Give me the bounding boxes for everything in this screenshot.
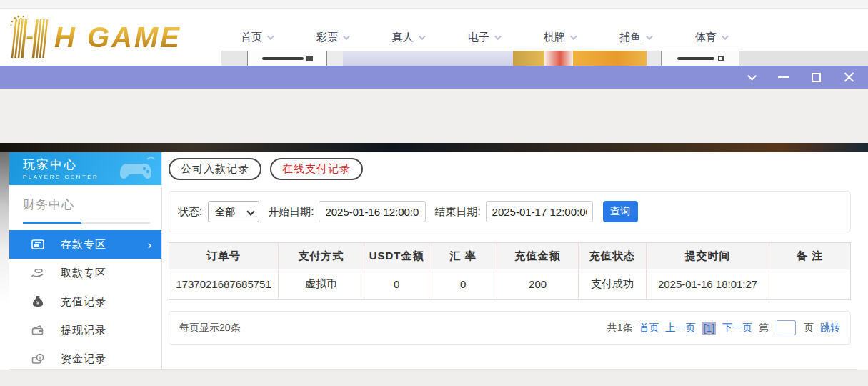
chevron-down-icon xyxy=(267,33,274,40)
jump-link[interactable]: 跳转 xyxy=(820,322,840,335)
content-panel: 公司入款记录 在线支付记录 状态: 全部 开始日期: 结束日期: 查询 xyxy=(162,152,857,370)
record-tabs: 公司入款记录 在线支付记录 xyxy=(169,158,851,180)
site-header: H GAME 首页 彩票 真人 电子 棋牌 捕鱼 体育 xyxy=(0,9,868,66)
status-label: 状态: xyxy=(178,205,202,219)
wallet-icon xyxy=(31,324,44,337)
nav-label: 捕鱼 xyxy=(619,31,641,44)
close-icon[interactable] xyxy=(838,69,859,85)
section-title: 财务中心 xyxy=(23,197,161,213)
chevron-down-icon xyxy=(646,33,653,40)
tab-online-payment-records[interactable]: 在线支付记录 xyxy=(270,158,363,180)
page-prefix-text: 第 xyxy=(759,322,769,335)
sidebar-item-funds-records[interactable]: ¥ 资金记录 xyxy=(9,345,161,373)
column-header-submit-time: 提交时间 xyxy=(647,243,769,269)
pagination-bar: 每页显示20条 共1条 首页 上一页 [1] 下一页 第 页 跳转 xyxy=(169,311,851,345)
cell-pay-method: 虚拟币 xyxy=(279,269,364,300)
minimize-icon[interactable] xyxy=(772,69,794,85)
collapse-chevron-icon[interactable] xyxy=(739,69,761,85)
section-underline xyxy=(23,222,150,224)
table-row: 1737021687685751 虚拟币 0 0 200 支付成功 2025-0… xyxy=(169,269,851,300)
cell-submit-time: 2025-01-16 18:01:27 xyxy=(647,269,769,300)
nav-label: 棋牌 xyxy=(544,31,565,44)
sidebar-item-withdraw-zone[interactable]: 取款专区 xyxy=(9,259,161,287)
background-gap xyxy=(0,89,868,143)
nav-item-lottery[interactable]: 彩票 xyxy=(294,31,370,44)
sidebar-section: 财务中心 xyxy=(9,185,161,224)
column-header-recharge-amount: 充值金额 xyxy=(497,243,579,269)
sidebar-menu: 存款专区 › 取款专区 ¥ 充值记录 提现记录 xyxy=(9,230,161,373)
table-header-row: 订单号 支付方式 USDT金额 汇 率 充值金额 充值状态 提交时间 备 注 xyxy=(169,243,851,269)
sidebar-item-deposit-zone[interactable]: 存款专区 › xyxy=(9,230,161,259)
sidebar-header: 玩家中心 PLAYERS CENTER xyxy=(9,152,161,185)
next-page-link[interactable]: 下一页 xyxy=(722,322,752,335)
moneybag-icon: ¥ xyxy=(31,295,44,308)
column-header-pay-method: 支付方式 xyxy=(279,243,364,269)
sidebar-item-label: 提现记录 xyxy=(61,324,106,337)
nav-label: 电子 xyxy=(468,31,489,44)
first-page-link[interactable]: 首页 xyxy=(639,322,659,335)
chevron-down-icon xyxy=(494,33,502,40)
background-remnants xyxy=(0,51,868,66)
nav-label: 体育 xyxy=(695,31,717,44)
svg-text:¥: ¥ xyxy=(36,300,40,306)
nav-item-live[interactable]: 真人 xyxy=(370,31,446,44)
status-select-wrap: 全部 xyxy=(208,201,259,222)
sidebar-item-label: 充值记录 xyxy=(61,295,106,309)
funds-coin-icon: ¥ xyxy=(31,352,44,365)
sidebar-item-label: 存款专区 xyxy=(61,238,106,252)
prev-page-link[interactable]: 上一页 xyxy=(665,322,695,335)
chevron-down-icon xyxy=(419,33,426,40)
nav-label: 首页 xyxy=(241,31,262,44)
column-header-recharge-status: 充值状态 xyxy=(579,243,647,269)
nav-label: 彩票 xyxy=(316,31,338,44)
top-strip xyxy=(0,0,868,9)
search-button[interactable]: 查询 xyxy=(603,201,638,222)
end-date-label: 结束日期: xyxy=(434,205,480,219)
cell-order-no: 1737021687685751 xyxy=(169,269,279,300)
background-image-edge xyxy=(0,143,868,152)
filter-bar: 状态: 全部 开始日期: 结束日期: 查询 xyxy=(169,191,851,232)
main-region: 玩家中心 PLAYERS CENTER 财务中心 存款专区 › xyxy=(0,152,868,370)
records-table: 订单号 支付方式 USDT金额 汇 率 充值金额 充值状态 提交时间 备 注 1… xyxy=(169,242,851,300)
sidebar-item-label: 资金记录 xyxy=(61,352,106,366)
sidebar: 玩家中心 PLAYERS CENTER 财务中心 存款专区 › xyxy=(9,152,162,370)
maximize-icon[interactable] xyxy=(805,69,827,85)
nav-item-chess[interactable]: 棋牌 xyxy=(522,31,597,44)
cell-usdt-amount: 0 xyxy=(364,269,429,300)
total-count-text: 共1条 xyxy=(607,322,633,335)
page-number-input[interactable] xyxy=(777,320,796,335)
right-edge xyxy=(857,152,868,370)
column-header-usdt-amount: USDT金额 xyxy=(364,243,429,269)
page-suffix-text: 页 xyxy=(804,322,814,335)
pager: 共1条 首页 上一页 [1] 下一页 第 页 跳转 xyxy=(607,320,840,335)
sidebar-item-withdrawal-records[interactable]: 提现记录 xyxy=(9,316,161,345)
current-page-indicator: [1] xyxy=(702,322,716,335)
nav-item-sports[interactable]: 体育 xyxy=(673,31,749,44)
cell-remark xyxy=(769,269,851,300)
cell-recharge-amount: 200 xyxy=(497,269,579,300)
sidebar-item-recharge-records[interactable]: ¥ 充值记录 xyxy=(9,287,161,316)
chevron-down-icon xyxy=(722,33,729,40)
end-date-input[interactable] xyxy=(486,201,593,222)
start-date-input[interactable] xyxy=(319,201,426,222)
column-header-order-no: 订单号 xyxy=(169,243,279,269)
column-header-rate: 汇 率 xyxy=(429,243,497,269)
chevron-down-icon xyxy=(343,33,350,40)
nav-item-slots[interactable]: 电子 xyxy=(446,31,522,44)
window-title-bar xyxy=(0,66,868,89)
status-select[interactable]: 全部 xyxy=(208,201,259,222)
cell-rate: 0 xyxy=(429,269,497,300)
start-date-label: 开始日期: xyxy=(268,205,314,219)
left-edge-shadow xyxy=(0,152,9,370)
logo-text: H GAME xyxy=(54,23,181,51)
page-size-text: 每页显示20条 xyxy=(179,322,241,335)
sidebar-item-label: 取款专区 xyxy=(61,267,106,280)
gamepad-icon xyxy=(119,155,156,184)
withdraw-hand-icon xyxy=(31,267,44,279)
cell-recharge-status: 支付成功 xyxy=(579,269,647,300)
nav-item-home[interactable]: 首页 xyxy=(219,31,294,44)
svg-text:¥: ¥ xyxy=(39,355,42,361)
deposit-card-icon xyxy=(31,238,44,251)
tab-company-deposit-records[interactable]: 公司入款记录 xyxy=(169,158,261,180)
nav-item-fishing[interactable]: 捕鱼 xyxy=(597,31,673,44)
